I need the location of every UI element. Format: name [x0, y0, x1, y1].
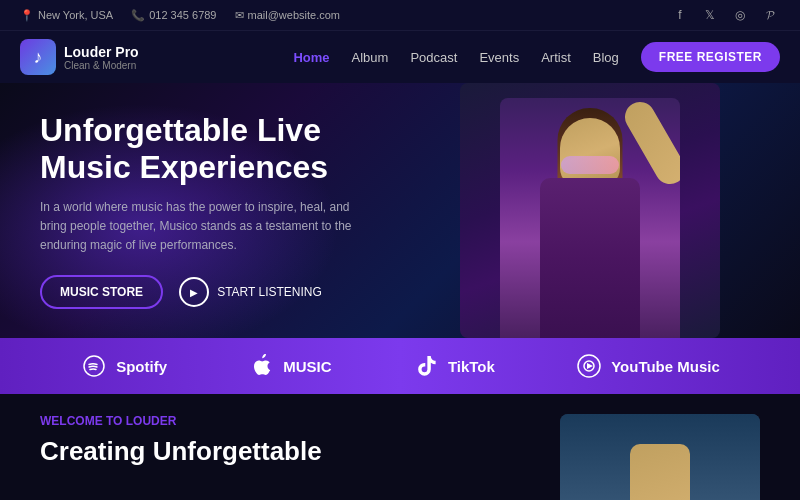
logo-icon: ♪ — [20, 39, 56, 75]
phone-icon — [131, 9, 145, 22]
partner-tiktok: TikTok — [412, 352, 495, 380]
glasses-figure — [561, 156, 619, 174]
location-icon — [20, 9, 34, 22]
youtube-music-label: YouTube Music — [611, 358, 720, 375]
apple-music-label: MUSIC — [283, 358, 331, 375]
apple-music-icon — [247, 352, 275, 380]
top-bar: New York, USA 012 345 6789 mail@website.… — [0, 0, 800, 31]
bottom-image — [560, 414, 760, 500]
hero-image — [440, 83, 740, 338]
partners-strip: Spotify MUSIC TikTok YouTube Music — [0, 338, 800, 394]
hero-description: In a world where music has the power to … — [40, 198, 360, 256]
partner-apple-music: MUSIC — [247, 352, 331, 380]
listen-label: START LISTENING — [217, 285, 322, 299]
nav-links: Home Album Podcast Events Artist Blog FR… — [293, 42, 780, 72]
logo-name: Louder Pro — [64, 44, 139, 60]
body-figure — [540, 178, 640, 338]
logo-tagline: Clean & Modern — [64, 60, 139, 71]
spotify-label: Spotify — [116, 358, 167, 375]
nav-blog[interactable]: Blog — [593, 50, 619, 65]
hero-content: Unforgettable Live Music Experiences In … — [0, 92, 460, 329]
hero-title: Unforgettable Live Music Experiences — [40, 112, 420, 186]
play-icon: ▶ — [179, 277, 209, 307]
logo: ♪ Louder Pro Clean & Modern — [20, 39, 139, 75]
nav-podcast[interactable]: Podcast — [410, 50, 457, 65]
hero-photo — [460, 83, 720, 338]
pinterest-link[interactable]: 𝓟 — [760, 5, 780, 25]
start-listening-button[interactable]: ▶ START LISTENING — [179, 277, 322, 307]
bottom-text: WELCOME TO LOUDER Creating Unforgettable — [40, 414, 520, 500]
hero-buttons: MUSIC STORE ▶ START LISTENING — [40, 275, 420, 309]
arm-figure — [620, 98, 680, 189]
top-bar-contact: New York, USA 012 345 6789 mail@website.… — [20, 9, 340, 22]
social-links: f 𝕏 ◎ 𝓟 — [670, 5, 780, 25]
location-text: New York, USA — [38, 9, 113, 21]
logo-text: Louder Pro Clean & Modern — [64, 44, 139, 71]
hand-figure — [630, 444, 690, 500]
email-text: mail@website.com — [248, 9, 340, 21]
nav-album[interactable]: Album — [352, 50, 389, 65]
welcome-label: WELCOME TO LOUDER — [40, 414, 520, 428]
email-info: mail@website.com — [235, 9, 340, 22]
nav-events[interactable]: Events — [479, 50, 519, 65]
bottom-title: Creating Unforgettable — [40, 436, 520, 467]
bottom-section: WELCOME TO LOUDER Creating Unforgettable — [0, 394, 800, 500]
nav-home[interactable]: Home — [293, 50, 329, 65]
instagram-link[interactable]: ◎ — [730, 5, 750, 25]
facebook-link[interactable]: f — [670, 5, 690, 25]
tiktok-label: TikTok — [448, 358, 495, 375]
twitter-link[interactable]: 𝕏 — [700, 5, 720, 25]
nav-artist[interactable]: Artist — [541, 50, 571, 65]
svg-marker-3 — [587, 363, 593, 369]
email-icon — [235, 9, 244, 22]
partner-youtube-music: YouTube Music — [575, 352, 720, 380]
location-info: New York, USA — [20, 9, 113, 22]
navbar: ♪ Louder Pro Clean & Modern Home Album P… — [0, 31, 800, 83]
partner-spotify: Spotify — [80, 352, 167, 380]
phone-info: 012 345 6789 — [131, 9, 216, 22]
youtube-music-icon — [575, 352, 603, 380]
hero-figure — [500, 98, 680, 338]
tiktok-icon — [412, 352, 440, 380]
phone-text: 012 345 6789 — [149, 9, 216, 21]
hero-section: Unforgettable Live Music Experiences In … — [0, 83, 800, 338]
register-button[interactable]: FREE REGISTER — [641, 42, 780, 72]
music-store-button[interactable]: MUSIC STORE — [40, 275, 163, 309]
spotify-icon — [80, 352, 108, 380]
